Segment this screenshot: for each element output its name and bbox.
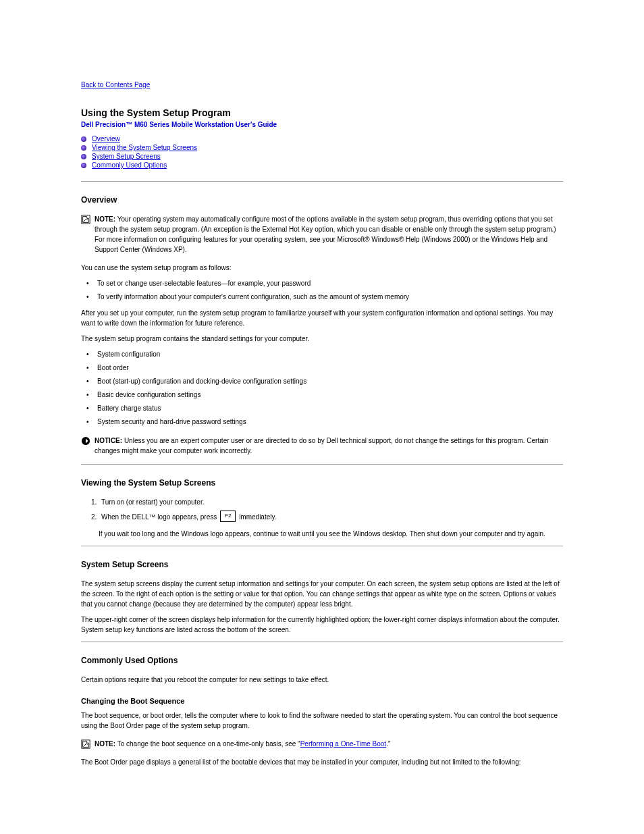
boot-p1: The boot sequence, or boot order, tells … [81,710,563,731]
note-icon [81,739,90,749]
options-reboot: Certain options require that you reboot … [81,675,563,685]
toc-link-options[interactable]: Commonly Used Options [92,161,167,169]
list-item: Battery charge status [97,403,563,414]
overview-purpose-intro: The system setup program contains the st… [81,334,563,344]
step-item: When the DELL™ logo appears, press F2 im… [99,512,563,523]
section-divider [81,464,563,465]
f2-key-icon: F2 [220,511,236,522]
toc-link-viewing[interactable]: Viewing the System Setup Screens [92,144,197,151]
screens-heading: System Setup Screens [81,560,563,569]
note-icon [81,215,90,224]
list-item: System configuration [97,349,563,360]
bullet-icon [81,154,86,159]
section-divider [81,642,563,642]
viewing-steps: Turn on (or restart) your computer. When… [99,497,563,523]
list-item: Boot (start-up) configuration and dockin… [97,376,563,387]
list-item: System security and hard-drive password … [97,417,563,427]
table-of-contents: Overview Viewing the System Setup Screen… [81,135,563,169]
note-block: NOTE: To change the boot sequence on a o… [81,739,563,749]
notice-block: NOTICE: Unless you are an expert compute… [81,436,563,456]
bullet-icon [81,145,86,151]
notice-icon [81,436,90,446]
overview-intro: You can use the system setup program as … [81,263,563,273]
list-item: To verify information about your compute… [97,292,563,303]
step2-prefix: When the DELL™ logo appears, press [101,513,217,521]
overview-heading: Overview [81,195,563,205]
bullet-icon [81,163,86,168]
note-text: NOTE: Your operating system may automati… [95,214,563,255]
bullet-icon [81,136,86,142]
note-block: NOTE: Your operating system may automati… [81,214,563,255]
list-item: Boot order [97,363,563,373]
note-boot-after: ." [386,740,390,748]
screens-p2: The upper-right corner of the screen dis… [81,615,563,635]
note-body: Your operating system may automatically … [95,215,556,253]
viewing-heading: Viewing the System Setup Screens [81,478,563,488]
boot-p2: The Boot Order page displays a general l… [81,757,563,767]
section-divider [81,181,563,182]
options-heading: Commonly Used Options [81,656,563,665]
overview-after: After you set up your computer, run the … [81,308,563,328]
boot-p1-text: The boot sequence, or boot order, tells … [81,712,558,729]
screens-p1: The system setup screens display the cur… [81,579,563,609]
toc-link-overview[interactable]: Overview [92,135,120,142]
note-text: NOTE: To change the boot sequence on a o… [95,739,390,749]
viewing-wait-text: If you wait too long and the Windows log… [99,529,563,539]
one-time-boot-link[interactable]: Performing a One-Time Boot [300,740,386,748]
section-divider [81,546,563,546]
overview-purpose-list: System configuration Boot order Boot (st… [97,349,563,427]
notice-text: NOTICE: Unless you are an expert compute… [95,436,563,456]
notice-body: Unless you are an expert computer user o… [95,437,549,454]
overview-use-list: To set or change user-selectable feature… [97,278,563,303]
list-item: Basic device configuration settings [97,390,563,400]
list-item: To set or change user-selectable feature… [97,278,563,289]
boot-sequence-heading: Changing the Boot Sequence [81,697,563,705]
note-boot-before: To change the boot sequence on a one-tim… [117,740,300,748]
toc-link-screens[interactable]: System Setup Screens [92,153,161,160]
back-to-contents-link[interactable]: Back to Contents Page [81,81,150,88]
guide-subtitle: Dell Precision™ M60 Series Mobile Workst… [81,121,563,128]
page-title: Using the System Setup Program [81,107,563,118]
step-item: Turn on (or restart) your computer. [99,497,563,508]
step2-suffix: immediately. [239,513,276,521]
